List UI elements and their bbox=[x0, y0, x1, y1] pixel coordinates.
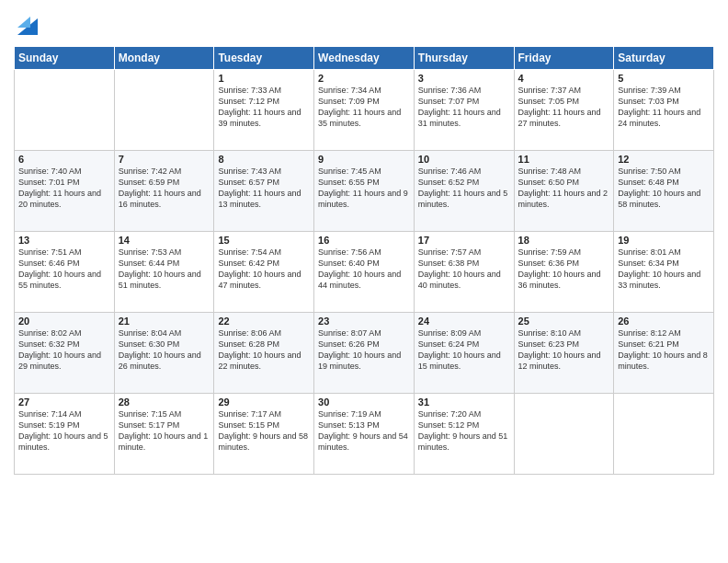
daylight-text: Daylight: 10 hours and 5 minutes. bbox=[18, 431, 108, 452]
day-info: Sunrise: 7:53 AM Sunset: 6:44 PM Dayligh… bbox=[119, 247, 210, 292]
daylight-text: Daylight: 11 hours and 9 minutes. bbox=[318, 189, 408, 209]
day-number: 12 bbox=[618, 154, 710, 165]
sunrise-text: Sunrise: 8:06 AM bbox=[218, 328, 281, 338]
header bbox=[14, 9, 714, 39]
day-info: Sunrise: 8:12 AM Sunset: 6:21 PM Dayligh… bbox=[618, 327, 710, 373]
sunrise-text: Sunrise: 7:34 AM bbox=[318, 86, 381, 95]
col-sunday: Sunday bbox=[15, 47, 115, 70]
sunrise-text: Sunrise: 7:45 AM bbox=[318, 167, 381, 176]
sunrise-text: Sunrise: 7:15 AM bbox=[119, 409, 182, 419]
daylight-text: Daylight: 9 hours and 54 minutes. bbox=[318, 431, 408, 452]
sunrise-text: Sunrise: 7:50 AM bbox=[618, 167, 681, 176]
daylight-text: Daylight: 10 hours and 19 minutes. bbox=[318, 350, 401, 371]
day-info: Sunrise: 7:15 AM Sunset: 5:17 PM Dayligh… bbox=[119, 408, 210, 454]
day-info: Sunrise: 7:57 AM Sunset: 6:38 PM Dayligh… bbox=[418, 247, 510, 292]
day-number: 23 bbox=[318, 316, 410, 327]
day-number: 29 bbox=[218, 396, 310, 408]
calendar-week-row: 20 Sunrise: 8:02 AM Sunset: 6:32 PM Dayl… bbox=[15, 313, 714, 394]
sunset-text: Sunset: 6:46 PM bbox=[18, 259, 80, 268]
day-info: Sunrise: 8:01 AM Sunset: 6:34 PM Dayligh… bbox=[618, 247, 710, 292]
daylight-text: Daylight: 11 hours and 35 minutes. bbox=[318, 108, 401, 128]
sunset-text: Sunset: 7:09 PM bbox=[318, 97, 380, 106]
day-number: 6 bbox=[18, 154, 110, 165]
calendar-cell bbox=[614, 394, 714, 475]
day-number: 15 bbox=[218, 235, 310, 246]
sunrise-text: Sunrise: 7:46 AM bbox=[418, 167, 482, 176]
daylight-text: Daylight: 10 hours and 33 minutes. bbox=[618, 270, 700, 290]
calendar-cell: 28 Sunrise: 7:15 AM Sunset: 5:17 PM Dayl… bbox=[114, 394, 214, 475]
sunrise-text: Sunrise: 8:02 AM bbox=[18, 328, 82, 338]
day-info: Sunrise: 7:20 AM Sunset: 5:12 PM Dayligh… bbox=[418, 408, 510, 454]
svg-marker-1 bbox=[17, 17, 30, 28]
day-info: Sunrise: 7:56 AM Sunset: 6:40 PM Dayligh… bbox=[318, 247, 410, 292]
sunrise-text: Sunrise: 7:56 AM bbox=[318, 247, 381, 257]
day-number: 20 bbox=[18, 316, 110, 327]
sunset-text: Sunset: 6:28 PM bbox=[218, 339, 279, 349]
sunrise-text: Sunrise: 7:53 AM bbox=[119, 247, 182, 257]
calendar-cell: 14 Sunrise: 7:53 AM Sunset: 6:44 PM Dayl… bbox=[114, 232, 214, 313]
sunset-text: Sunset: 6:50 PM bbox=[518, 178, 580, 187]
daylight-text: Daylight: 10 hours and 47 minutes. bbox=[218, 270, 301, 290]
calendar-cell: 27 Sunrise: 7:14 AM Sunset: 5:19 PM Dayl… bbox=[15, 394, 115, 475]
day-number: 11 bbox=[518, 154, 610, 165]
day-number: 26 bbox=[618, 316, 710, 327]
calendar-cell: 3 Sunrise: 7:36 AM Sunset: 7:07 PM Dayli… bbox=[414, 70, 514, 151]
daylight-text: Daylight: 10 hours and 29 minutes. bbox=[18, 350, 101, 371]
sunrise-text: Sunrise: 8:07 AM bbox=[318, 328, 381, 338]
day-info: Sunrise: 7:34 AM Sunset: 7:09 PM Dayligh… bbox=[318, 85, 410, 130]
day-number: 22 bbox=[218, 316, 310, 327]
col-wednesday: Wednesday bbox=[314, 47, 415, 70]
daylight-text: Daylight: 10 hours and 22 minutes. bbox=[218, 350, 301, 371]
sunset-text: Sunset: 5:19 PM bbox=[18, 420, 80, 430]
day-number: 18 bbox=[518, 235, 610, 246]
sunset-text: Sunset: 6:21 PM bbox=[618, 339, 679, 349]
day-info: Sunrise: 7:40 AM Sunset: 7:01 PM Dayligh… bbox=[18, 166, 110, 211]
day-info: Sunrise: 7:36 AM Sunset: 7:07 PM Dayligh… bbox=[418, 85, 510, 130]
page: Sunday Monday Tuesday Wednesday Thursday… bbox=[0, 0, 728, 563]
sunrise-text: Sunrise: 7:51 AM bbox=[18, 247, 82, 257]
daylight-text: Daylight: 10 hours and 51 minutes. bbox=[119, 270, 201, 290]
calendar-cell bbox=[15, 70, 115, 151]
sunset-text: Sunset: 7:12 PM bbox=[218, 97, 279, 106]
day-info: Sunrise: 8:07 AM Sunset: 6:26 PM Dayligh… bbox=[318, 327, 410, 373]
sunset-text: Sunset: 6:38 PM bbox=[418, 259, 480, 268]
day-info: Sunrise: 7:39 AM Sunset: 7:03 PM Dayligh… bbox=[618, 85, 710, 130]
calendar-cell: 11 Sunrise: 7:48 AM Sunset: 6:50 PM Dayl… bbox=[514, 151, 614, 232]
sunset-text: Sunset: 6:23 PM bbox=[518, 339, 580, 349]
daylight-text: Daylight: 9 hours and 51 minutes. bbox=[418, 431, 508, 452]
sunset-text: Sunset: 7:03 PM bbox=[618, 97, 679, 106]
day-info: Sunrise: 7:33 AM Sunset: 7:12 PM Dayligh… bbox=[218, 85, 310, 130]
day-info: Sunrise: 7:51 AM Sunset: 6:46 PM Dayligh… bbox=[18, 247, 110, 292]
sunrise-text: Sunrise: 7:43 AM bbox=[218, 167, 281, 176]
sunset-text: Sunset: 5:17 PM bbox=[119, 420, 180, 430]
calendar-cell: 8 Sunrise: 7:43 AM Sunset: 6:57 PM Dayli… bbox=[214, 151, 314, 232]
sunrise-text: Sunrise: 8:04 AM bbox=[119, 328, 182, 338]
day-info: Sunrise: 7:59 AM Sunset: 6:36 PM Dayligh… bbox=[518, 247, 610, 292]
sunrise-text: Sunrise: 7:39 AM bbox=[618, 86, 681, 95]
sunset-text: Sunset: 6:52 PM bbox=[418, 178, 480, 187]
sunset-text: Sunset: 6:57 PM bbox=[218, 178, 279, 187]
day-number: 2 bbox=[318, 73, 410, 84]
day-info: Sunrise: 7:17 AM Sunset: 5:15 PM Dayligh… bbox=[218, 408, 310, 454]
daylight-text: Daylight: 11 hours and 20 minutes. bbox=[18, 189, 101, 209]
day-info: Sunrise: 8:09 AM Sunset: 6:24 PM Dayligh… bbox=[418, 327, 510, 373]
day-number: 7 bbox=[119, 154, 210, 165]
sunset-text: Sunset: 6:36 PM bbox=[518, 259, 580, 268]
day-number: 28 bbox=[119, 396, 210, 408]
day-info: Sunrise: 7:45 AM Sunset: 6:55 PM Dayligh… bbox=[318, 166, 410, 211]
daylight-text: Daylight: 10 hours and 15 minutes. bbox=[418, 350, 501, 371]
daylight-text: Daylight: 11 hours and 31 minutes. bbox=[418, 108, 501, 128]
calendar-cell bbox=[114, 70, 214, 151]
sunrise-text: Sunrise: 7:33 AM bbox=[218, 86, 281, 95]
calendar-cell: 9 Sunrise: 7:45 AM Sunset: 6:55 PM Dayli… bbox=[314, 151, 415, 232]
day-number: 1 bbox=[218, 73, 310, 84]
col-monday: Monday bbox=[114, 47, 214, 70]
sunset-text: Sunset: 6:55 PM bbox=[318, 178, 380, 187]
calendar-cell: 30 Sunrise: 7:19 AM Sunset: 5:13 PM Dayl… bbox=[314, 394, 415, 475]
sunrise-text: Sunrise: 7:54 AM bbox=[218, 247, 281, 257]
sunrise-text: Sunrise: 7:36 AM bbox=[418, 86, 482, 95]
day-info: Sunrise: 8:02 AM Sunset: 6:32 PM Dayligh… bbox=[18, 327, 110, 373]
calendar-cell: 17 Sunrise: 7:57 AM Sunset: 6:38 PM Dayl… bbox=[414, 232, 514, 313]
day-number: 8 bbox=[218, 154, 310, 165]
daylight-text: Daylight: 10 hours and 55 minutes. bbox=[18, 270, 101, 290]
